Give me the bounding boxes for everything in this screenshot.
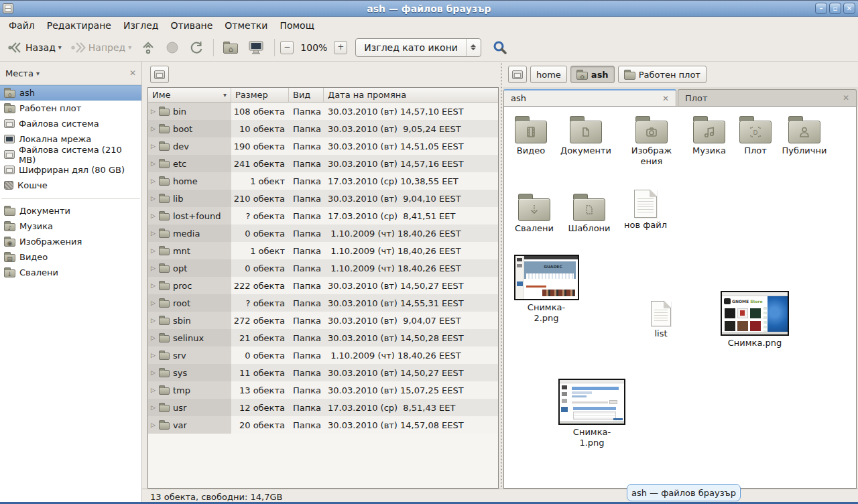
expander-icon[interactable]: ▷ (151, 230, 156, 237)
view-mode-select[interactable]: Изглед като икони (355, 38, 481, 57)
expander-icon[interactable]: ▷ (151, 282, 156, 289)
breadcrumb-ash-button[interactable]: ⌂ash (570, 66, 615, 83)
forward-dropdown-icon[interactable]: ▾ (128, 44, 131, 51)
up-button[interactable] (137, 38, 160, 58)
filesystem-root-button[interactable] (150, 66, 169, 83)
expander-icon[interactable]: ▷ (151, 143, 156, 149)
table-row-mnt[interactable]: ▷mnt1 обектПапка 1.10.2009 (чт) 18,40,26… (148, 242, 498, 259)
tab-close-icon[interactable]: ✕ (662, 94, 669, 103)
table-row-lost-found[interactable]: ▷lost+found? обектаПапка17.03.2010 (ср) … (148, 207, 498, 225)
sidebar-item-ash[interactable]: ⌂ash (0, 85, 141, 101)
sidebar-item-encrypted-80gb[interactable]: Шифриран дял (80 GB) (0, 162, 141, 178)
breadcrumb-desktop-button[interactable]: Работен плот (618, 66, 707, 83)
expander-icon[interactable]: ▷ (151, 125, 156, 132)
sidebar-item-downloads[interactable]: ↓Свалени (0, 265, 141, 280)
expander-icon[interactable]: ▷ (151, 352, 156, 359)
icon-item-videos[interactable]: Видео (507, 115, 555, 156)
stop-button[interactable] (161, 38, 184, 58)
table-row-usr[interactable]: ▷usr12 обектаПапка17.03.2010 (ср) 8,51,4… (148, 399, 498, 416)
icon-item-snimka-1[interactable]: Снимка-1.png (557, 379, 627, 448)
table-row-home[interactable]: ▷home1 обектПапка17.03.2010 (ср) 10,38,5… (148, 172, 498, 190)
icon-item-downloads[interactable]: Свалени (507, 192, 561, 234)
zoom-out-icon[interactable]: − (280, 41, 294, 54)
column-header-date[interactable]: Дата на промяна (324, 88, 498, 103)
expander-icon[interactable]: ▷ (151, 369, 156, 376)
table-row-sys[interactable]: ▷sys11 обектаПапка30.03.2010 (вт) 14,50,… (148, 364, 498, 381)
sidebar-close-icon[interactable]: ✕ (129, 68, 136, 78)
menu-view[interactable]: Изглед (117, 18, 165, 33)
computer-button[interactable] (243, 38, 269, 58)
icon-item-snimka-2[interactable]: GUADEC Снимка-2.png (513, 255, 580, 324)
table-row-etc[interactable]: ▷etc241 обектаПапка30.03.2010 (вт) 14,57… (148, 155, 498, 172)
breadcrumb-root-button[interactable] (508, 66, 527, 83)
maximize-button[interactable]: ▫ (829, 3, 841, 14)
sidebar-item-trash[interactable]: Кошче (0, 178, 141, 193)
menu-bookmarks[interactable]: Отметки (219, 18, 273, 33)
sidebar-item-documents[interactable]: Документи (0, 203, 141, 218)
sidebar-item-videos[interactable]: ▤Видео (0, 249, 141, 265)
icon-item-desktop[interactable]: D Плот (737, 115, 774, 156)
menu-edit[interactable]: Редактиране (41, 18, 117, 33)
table-row-opt[interactable]: ▷opt0 обектаПапка 1.10.2009 (чт) 18,40,2… (148, 259, 498, 277)
icon-item-snimka[interactable]: GNOME Store (720, 291, 790, 349)
reload-button[interactable] (185, 38, 208, 58)
sidebar-item-pictures[interactable]: ◉Изображения (0, 234, 141, 249)
sidebar-item-filesystem-210mb[interactable]: Файлова система (210 MB) (0, 147, 141, 162)
table-row-srv[interactable]: ▷srv0 обектаПапка 1.10.2009 (чт) 18,40,2… (148, 346, 498, 364)
icon-item-new-file[interactable]: нов файл (619, 190, 672, 231)
back-dropdown-icon[interactable]: ▾ (58, 44, 62, 51)
expander-icon[interactable]: ▷ (151, 247, 156, 254)
expander-icon[interactable]: ▷ (151, 265, 156, 271)
icon-item-templates[interactable]: Шаблони (562, 192, 616, 234)
table-row-var[interactable]: ▷var20 обектаПапка30.03.2010 (вт) 14,57,… (148, 416, 498, 434)
expander-icon[interactable]: ▷ (151, 178, 156, 184)
column-header-size[interactable]: Размер (231, 88, 289, 103)
table-row-dev[interactable]: ▷dev190 обектаПапка30.03.2010 (вт) 14,51… (148, 137, 498, 155)
icon-item-music[interactable]: Музика (685, 115, 733, 156)
column-header-type[interactable]: Вид (289, 88, 324, 103)
breadcrumb-home-button[interactable]: home (530, 66, 567, 83)
tab-plot[interactable]: Плот✕ (678, 89, 857, 106)
menu-help[interactable]: Помощ (273, 18, 320, 33)
table-row-sbin[interactable]: ▷sbin272 обектаПапка30.03.2010 (вт) 9,04… (148, 312, 498, 329)
expander-icon[interactable]: ▷ (151, 300, 156, 306)
back-button[interactable]: Назад ▾ (4, 38, 66, 57)
tab-close-icon[interactable]: ✕ (843, 93, 849, 103)
expander-icon[interactable]: ▷ (151, 195, 156, 202)
icon-item-list[interactable]: list (634, 301, 688, 339)
tab-ash[interactable]: ash✕ (503, 89, 676, 106)
forward-button[interactable]: Напред ▾ (67, 38, 135, 57)
close-button[interactable]: ✕ (843, 3, 855, 14)
table-row-media[interactable]: ▷media0 обектаПапка 1.10.2009 (чт) 18,40… (148, 225, 498, 242)
table-row-root[interactable]: ▷root? обектаПапка30.03.2010 (вт) 14,55,… (148, 294, 498, 312)
menu-go[interactable]: Отиване (164, 18, 219, 33)
expander-icon[interactable]: ▷ (151, 404, 156, 411)
column-header-name[interactable]: Име▾ (148, 88, 231, 103)
table-row-tmp[interactable]: ▷tmp13 обектаПапка30.03.2010 (вт) 15,07,… (148, 381, 498, 399)
sidebar-item-music[interactable]: ♪Музика (0, 218, 141, 234)
table-row-bin[interactable]: ▷bin108 обектаПапка30.03.2010 (вт) 14,57… (148, 103, 498, 120)
expander-icon[interactable]: ▷ (151, 108, 156, 115)
minimize-button[interactable]: – (815, 3, 827, 14)
zoom-in-icon[interactable]: + (334, 41, 347, 54)
table-row-selinux[interactable]: ▷selinux21 обектаПапка30.03.2010 (вт) 14… (148, 329, 498, 346)
icon-item-documents[interactable]: Документи (558, 115, 614, 156)
expander-icon[interactable]: ▷ (151, 212, 156, 219)
expander-icon[interactable]: ▷ (151, 387, 156, 393)
expander-icon[interactable]: ▷ (151, 422, 156, 428)
table-row-proc[interactable]: ▷proc222 обектаПапка30.03.2010 (вт) 14,5… (148, 277, 498, 294)
table-row-boot[interactable]: ▷boot10 обектаПапка30.03.2010 (вт) 9,05,… (148, 120, 498, 137)
sidebar-item-desktop[interactable]: ▫Работен плот (0, 101, 141, 116)
search-button[interactable] (491, 38, 509, 57)
menu-file[interactable]: Файл (3, 18, 41, 33)
expander-icon[interactable]: ▷ (151, 317, 156, 324)
table-row-lib[interactable]: ▷lib210 обектаПапка30.03.2010 (вт) 9,04,… (148, 190, 498, 207)
expander-icon[interactable]: ▷ (151, 334, 156, 341)
titlebar[interactable]: ash — файлов браузър – ▫ ✕ (0, 0, 858, 17)
sidebar-pane-selector[interactable]: Места▾ (5, 68, 40, 78)
sidebar-item-filesystem[interactable]: Файлова система (0, 116, 141, 131)
icon-item-pictures[interactable]: Изображения (622, 115, 681, 167)
icon-item-public[interactable]: Публични (778, 115, 831, 156)
home-button[interactable]: ⌂ (219, 39, 242, 56)
expander-icon[interactable]: ▷ (151, 160, 156, 167)
